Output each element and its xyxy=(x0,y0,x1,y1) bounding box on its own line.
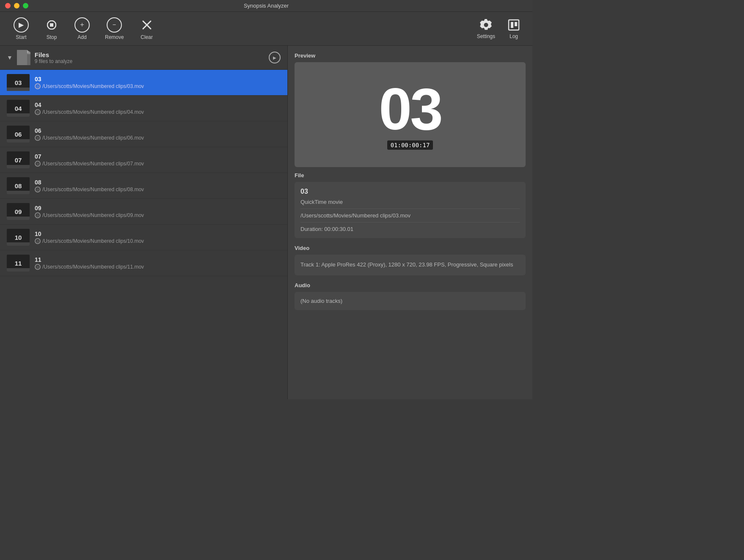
svg-rect-5 xyxy=(511,22,513,28)
arrow-icon: ⊙ xyxy=(35,187,41,192)
arrow-icon: ⊙ xyxy=(35,109,41,115)
title-bar: Synopsis Analyzer xyxy=(0,0,532,12)
file-name: 11 xyxy=(35,256,281,263)
list-item[interactable]: 0606⊙/Users/scotts/Movies/Numbered clips… xyxy=(0,121,287,147)
stop-button[interactable]: Stop xyxy=(37,15,66,43)
file-name: 03 xyxy=(35,76,281,82)
remove-label: Remove xyxy=(105,34,124,40)
file-thumbnail: 08 xyxy=(7,177,30,194)
file-thumbnail: 03 xyxy=(7,74,30,91)
audio-section: Audio (No audio tracks) xyxy=(295,282,526,312)
files-folder-icon xyxy=(17,50,30,65)
video-section: Video Track 1: Apple ProRes 422 (Proxy),… xyxy=(295,245,526,277)
video-detail-box: Track 1: Apple ProRes 422 (Proxy), 1280 … xyxy=(295,255,526,275)
file-detail-label: File xyxy=(295,172,526,178)
file-path: ⊙/Users/scotts/Movies/Numbered clips/08.… xyxy=(35,187,281,192)
add-label: Add xyxy=(77,34,86,40)
chevron-down-icon[interactable]: ▼ xyxy=(7,54,13,61)
arrow-icon: ⊙ xyxy=(35,161,41,167)
video-track-info: Track 1: Apple ProRes 422 (Proxy), 1280 … xyxy=(300,261,520,269)
file-thumbnail: 10 xyxy=(7,229,30,246)
settings-label: Settings xyxy=(477,33,495,39)
log-button[interactable]: Log xyxy=(502,16,526,42)
list-item[interactable]: 1111⊙/Users/scotts/Movies/Numbered clips… xyxy=(0,250,287,276)
gear-icon xyxy=(479,18,493,32)
file-info: 03⊙/Users/scotts/Movies/Numbered clips/0… xyxy=(35,76,281,89)
file-detail-box: 03 QuickTime movie /Users/scotts/Movies/… xyxy=(295,182,526,238)
preview-section: Preview 03 01:00:00:17 xyxy=(295,52,526,167)
preview-area: 03 01:00:00:17 xyxy=(295,62,526,167)
file-name: 06 xyxy=(35,127,281,134)
file-info: 10⊙/Users/scotts/Movies/Numbered clips/1… xyxy=(35,231,281,244)
audio-track-info: (No audio tracks) xyxy=(300,298,520,304)
minimize-button[interactable] xyxy=(14,3,19,8)
log-label: Log xyxy=(510,33,518,39)
start-icon: ▶ xyxy=(14,17,29,33)
arrow-icon: ⊙ xyxy=(35,83,41,89)
main-layout: ▼ Files 9 files to analyze ▶ 0303⊙/Users… xyxy=(0,46,532,399)
file-path: ⊙/Users/scotts/Movies/Numbered clips/10.… xyxy=(35,238,281,244)
file-thumbnail: 11 xyxy=(7,255,30,272)
file-name: 09 xyxy=(35,205,281,211)
svg-rect-1 xyxy=(50,23,53,27)
file-info: 07⊙/Users/scotts/Movies/Numbered clips/0… xyxy=(35,153,281,167)
toolbar-right: Settings Log xyxy=(472,16,526,42)
file-thumbnail: 06 xyxy=(7,126,30,143)
arrow-icon: ⊙ xyxy=(35,135,41,141)
preview-number: 03 xyxy=(379,80,441,139)
stop-label: Stop xyxy=(47,34,57,40)
window-title: Synopsis Analyzer xyxy=(244,3,289,9)
file-name: 04 xyxy=(35,102,281,108)
clear-button[interactable]: Clear xyxy=(132,15,161,43)
file-info: 06⊙/Users/scotts/Movies/Numbered clips/0… xyxy=(35,127,281,141)
file-thumbnail: 09 xyxy=(7,203,30,220)
add-icon: ＋ xyxy=(74,17,90,33)
stop-icon xyxy=(44,17,59,33)
file-thumbnail: 07 xyxy=(7,151,30,168)
file-info: 08⊙/Users/scotts/Movies/Numbered clips/0… xyxy=(35,179,281,192)
start-button[interactable]: ▶ Start xyxy=(7,15,36,43)
clear-icon xyxy=(139,17,154,33)
list-item[interactable]: 0707⊙/Users/scotts/Movies/Numbered clips… xyxy=(0,147,287,173)
file-icon xyxy=(17,50,30,65)
arrow-icon: ⊙ xyxy=(35,238,41,244)
toolbar: ▶ Start Stop ＋ Add － Remove Clear xyxy=(0,12,532,46)
start-label: Start xyxy=(16,34,26,40)
left-panel: ▼ Files 9 files to analyze ▶ 0303⊙/Users… xyxy=(0,46,288,399)
file-name: 08 xyxy=(35,179,281,186)
right-panel: Preview 03 01:00:00:17 File 03 QuickTime… xyxy=(288,46,532,399)
list-item[interactable]: 0404⊙/Users/scotts/Movies/Numbered clips… xyxy=(0,96,287,121)
file-list: 0303⊙/Users/scotts/Movies/Numbered clips… xyxy=(0,70,287,399)
files-play-button[interactable]: ▶ xyxy=(269,52,281,63)
file-detail-duration: Duration: 00:00:30.01 xyxy=(300,226,520,232)
list-item[interactable]: 0808⊙/Users/scotts/Movies/Numbered clips… xyxy=(0,173,287,199)
clear-label: Clear xyxy=(141,34,153,40)
file-detail-path: /Users/scotts/Movies/Numbered clips/03.m… xyxy=(300,212,520,219)
close-button[interactable] xyxy=(5,3,11,8)
settings-button[interactable]: Settings xyxy=(472,16,500,42)
maximize-button[interactable] xyxy=(23,3,28,8)
audio-detail-box: (No audio tracks) xyxy=(295,292,526,310)
add-button[interactable]: ＋ Add xyxy=(68,15,96,43)
file-path: ⊙/Users/scotts/Movies/Numbered clips/03.… xyxy=(35,83,281,89)
file-path: ⊙/Users/scotts/Movies/Numbered clips/06.… xyxy=(35,135,281,141)
files-header: ▼ Files 9 files to analyze ▶ xyxy=(0,46,287,70)
file-info: 04⊙/Users/scotts/Movies/Numbered clips/0… xyxy=(35,102,281,115)
file-detail-section: File 03 QuickTime movie /Users/scotts/Mo… xyxy=(295,172,526,240)
svg-rect-4 xyxy=(509,20,519,30)
remove-icon: － xyxy=(107,17,122,33)
svg-rect-7 xyxy=(17,50,27,65)
arrow-icon: ⊙ xyxy=(35,264,41,270)
preview-timecode: 01:00:00:17 xyxy=(387,140,433,150)
svg-marker-9 xyxy=(27,50,30,53)
list-item[interactable]: 0909⊙/Users/scotts/Movies/Numbered clips… xyxy=(0,199,287,225)
files-title: Files xyxy=(35,51,265,58)
file-name: 10 xyxy=(35,231,281,237)
audio-label: Audio xyxy=(295,282,526,288)
log-icon xyxy=(507,18,521,32)
list-item[interactable]: 1010⊙/Users/scotts/Movies/Numbered clips… xyxy=(0,225,287,250)
remove-button[interactable]: － Remove xyxy=(98,15,131,43)
list-item[interactable]: 0303⊙/Users/scotts/Movies/Numbered clips… xyxy=(0,70,287,96)
file-path: ⊙/Users/scotts/Movies/Numbered clips/07.… xyxy=(35,161,281,167)
file-detail-type: QuickTime movie xyxy=(300,199,520,205)
